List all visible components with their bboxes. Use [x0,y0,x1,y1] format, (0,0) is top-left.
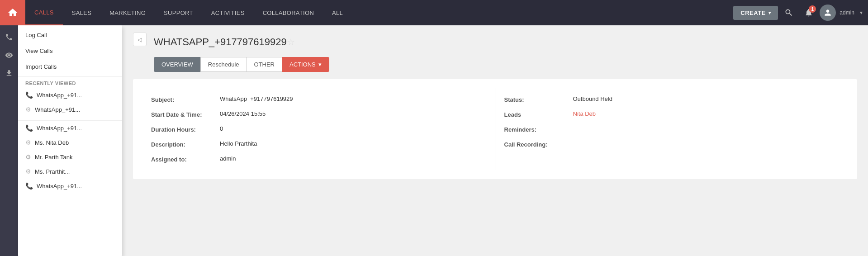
detail-right-col: Status: Outbound Held Leads Nita Deb Rem… [495,88,849,170]
nav-right-section: CREATE ▾ 1 admin ▾ [733,4,868,22]
tab-reschedule[interactable]: Reschedule [200,57,247,72]
tab-actions[interactable]: ACTIONS ▾ [282,57,329,72]
tab-other[interactable]: OTHER [247,57,283,72]
duration-field: Duration Hours: 0 [151,122,486,137]
leads-label: Leads [504,110,568,118]
call-recording-field: Call Recording: [504,137,840,152]
call-recording-label: Call Recording: [504,140,568,148]
duration-label: Duration Hours: [151,125,214,133]
subject-label: Subject: [151,95,214,103]
view-calls-item[interactable]: View Calls [18,43,122,59]
list-item-1[interactable]: ⚙ Ms. Nita Deb ✏ [18,135,122,150]
tab-overview[interactable]: OVERVIEW [154,57,201,72]
detail-left-col: Subject: WhatsApp_+917797619929 Start Da… [142,88,495,170]
list-item-0-label: WhatsApp_+91... [37,125,107,132]
nav-all[interactable]: ALL [323,0,352,25]
assigned-to-field: Assigned to: admin [151,152,486,166]
actions-label: ACTIONS [289,61,316,68]
admin-label[interactable]: admin [840,9,854,16]
nav-support[interactable]: SUPPORT [155,0,202,25]
create-button[interactable]: CREATE ▾ [733,6,778,20]
list-item-2[interactable]: ⚙ Mr. Parth Tank ✏ [18,150,122,164]
notifications-button[interactable]: 1 [800,4,818,22]
list-item-0[interactable]: 📞 WhatsApp_+91... ✏ [18,121,122,135]
main-content: ◁ WHATSAPP_+917797619929 ☆ OVERVIEW Resc… [122,25,868,256]
sidebar-phone-icon[interactable] [1,29,17,45]
subject-field: Subject: WhatsApp_+917797619929 [151,92,486,107]
back-icon: ◁ [138,36,142,43]
search-button[interactable] [780,4,798,22]
list-item-3[interactable]: ⚙ Ms. Prarthit... ✏ [18,164,122,179]
assigned-to-label: Assigned to: [151,155,214,163]
sidebar-eye-icon[interactable] [1,47,17,63]
top-navigation: CALLS SALES MARKETING SUPPORT ACTIVITIES… [0,0,868,25]
list-item-4[interactable]: 📞 WhatsApp_+91... ✏ [18,179,122,193]
description-value: Hello Prarthita [220,140,257,147]
list-item-1-label: Ms. Nita Deb [35,139,107,146]
status-field: Status: Outbound Held [504,92,840,107]
admin-chevron-icon[interactable]: ▾ [860,9,863,16]
nav-collaboration[interactable]: COLLABORATION [254,0,323,25]
import-calls-item[interactable]: Import Calls [18,59,122,75]
gear-icon-2: ⚙ [25,153,31,161]
avatar[interactable] [820,5,836,21]
create-chevron-icon: ▾ [768,10,771,15]
start-date-field: Start Date & Time: 04/26/2024 15:55 [151,107,486,122]
detail-tabs: OVERVIEW Reschedule OTHER ACTIONS ▾ [133,57,857,72]
gear-icon: ⚙ [25,106,31,113]
start-date-label: Start Date & Time: [151,110,214,118]
nav-activities[interactable]: ACTIVITIES [202,0,254,25]
home-button[interactable] [0,0,25,25]
actions-chevron-icon: ▾ [318,61,322,68]
gear-icon-1: ⚙ [25,139,31,146]
sidebar-download-icon[interactable] [1,65,17,81]
create-label: CREATE [740,9,765,16]
back-button[interactable]: ◁ [133,33,147,46]
calls-dropdown-menu: Log Call View Calls Import Calls Recentl… [18,25,122,256]
phone-icon: 📞 [25,91,33,99]
status-label: Status: [504,95,568,103]
recent-item-0-label: WhatsApp_+91... [37,92,107,99]
recent-item-1[interactable]: ⚙ WhatsApp_+91... ✏ [18,102,122,117]
assigned-to-value: admin [220,155,236,162]
nav-marketing[interactable]: MARKETING [100,0,155,25]
description-label: Description: [151,140,214,148]
recent-item-1-label: WhatsApp_+91... [35,106,107,113]
log-call-label: Log Call [25,32,47,38]
page-header: ◁ WHATSAPP_+917797619929 ☆ [133,33,857,52]
sidebar-icons [0,25,18,256]
duration-value: 0 [220,125,223,132]
nav-calls[interactable]: CALLS [25,0,63,25]
recently-viewed-header: Recently Viewed [18,76,122,88]
main-layout: Log Call View Calls Import Calls Recentl… [0,25,868,256]
notification-badge: 1 [809,5,816,13]
reminders-field: Reminders: [504,122,840,137]
status-value: Outbound Held [573,95,612,102]
phone-icon-4: 📞 [25,182,33,190]
recent-item-0[interactable]: 📞 WhatsApp_+91... ✏ [18,88,122,102]
page-title: WHATSAPP_+917797619929 [154,36,287,48]
view-calls-label: View Calls [25,47,52,54]
import-calls-label: Import Calls [25,63,57,70]
phone-icon-0: 📞 [25,124,33,132]
detail-card: Subject: WhatsApp_+917797619929 Start Da… [133,79,857,179]
leads-value[interactable]: Nita Deb [573,110,596,117]
leads-field: Leads Nita Deb [504,107,840,122]
description-field: Description: Hello Prarthita [151,137,486,152]
nav-items: CALLS SALES MARKETING SUPPORT ACTIVITIES… [25,0,733,25]
list-item-2-label: Mr. Parth Tank [35,154,107,161]
nav-sales[interactable]: SALES [63,0,100,25]
gear-icon-3: ⚙ [25,168,31,175]
list-item-4-label: WhatsApp_+91... [37,183,107,190]
list-item-3-label: Ms. Prarthit... [35,168,107,175]
subject-value: WhatsApp_+917797619929 [220,95,293,102]
favorite-star-icon[interactable]: ☆ [287,37,295,47]
start-date-value: 04/26/2024 15:55 [220,110,266,117]
reminders-label: Reminders: [504,125,568,133]
log-call-item[interactable]: Log Call [18,27,122,43]
